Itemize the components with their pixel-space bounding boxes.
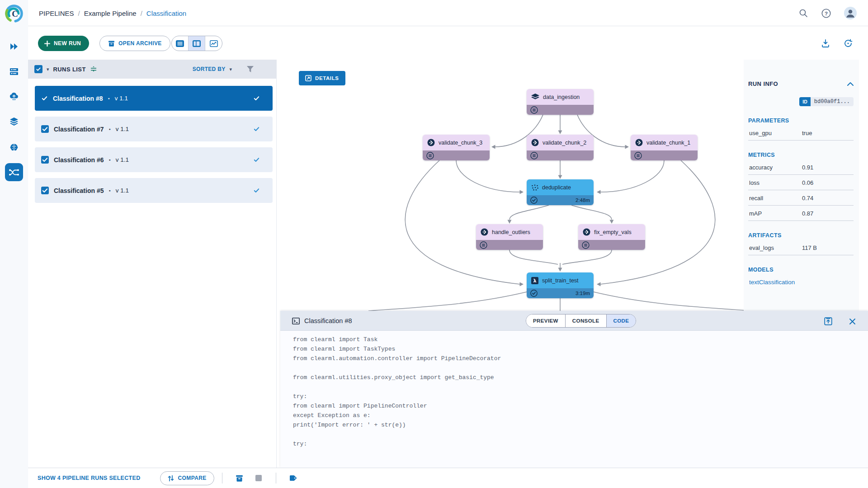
code-line: try:: [293, 441, 863, 450]
search-icon[interactable]: [797, 6, 810, 20]
breadcrumb-item[interactable]: Example Pipeline: [84, 9, 137, 17]
graph-node-validate_chunk_3[interactable]: validate_chunk_3: [423, 135, 490, 160]
filter-icon[interactable]: [247, 66, 254, 72]
selected-check-icon[interactable]: [41, 95, 48, 102]
run-checkbox[interactable]: [41, 125, 49, 133]
pipelines-icon-selected[interactable]: [5, 163, 23, 181]
data-processing-icon[interactable]: [8, 91, 20, 102]
tag-action-icon[interactable]: [287, 471, 300, 485]
open-in-window-icon[interactable]: [822, 315, 834, 327]
node-label-row: validate_chunk_1: [631, 135, 698, 150]
auto-refresh-icon[interactable]: [842, 37, 854, 50]
section-title-metrics: METRICS: [748, 152, 854, 158]
chart-view-icon[interactable]: [205, 36, 222, 51]
split-view-icon[interactable]: [189, 36, 205, 51]
node-log-icon[interactable]: [582, 241, 590, 249]
info-row-value: 117 B: [802, 244, 853, 251]
info-row: loss0.06: [748, 175, 854, 190]
section-title-models: MODELS: [748, 267, 854, 273]
code-line: from clearml import PipelineController: [293, 403, 863, 412]
abort-action-icon[interactable]: [252, 471, 265, 485]
run-checkbox[interactable]: [41, 156, 49, 164]
close-icon[interactable]: [846, 315, 858, 327]
node-log-icon[interactable]: [530, 152, 538, 160]
node-log-icon[interactable]: [634, 152, 642, 160]
info-row-value: true: [802, 130, 853, 136]
dot-separator: ●: [109, 127, 111, 131]
compare-button[interactable]: COMPARE: [160, 471, 214, 485]
download-icon[interactable]: [819, 37, 832, 50]
section-title-parameters: PARAMETERS: [748, 117, 854, 124]
graph-node-split_train_test[interactable]: λsplit_train_test3:19m: [527, 272, 594, 298]
tab-preview[interactable]: PREVIEW: [526, 314, 566, 327]
run-list-item[interactable]: Classification #7●v 1.1: [35, 117, 273, 141]
datasets-icon[interactable]: [8, 116, 20, 127]
details-button[interactable]: DETAILS: [299, 71, 345, 85]
left-nav-rail: C: [0, 0, 28, 488]
node-log-icon[interactable]: [480, 241, 487, 249]
node-label: validate_chunk_1: [646, 140, 690, 146]
tab-code[interactable]: CODE: [607, 314, 636, 327]
node-label: handle_outliers: [492, 229, 530, 235]
node-footer: 3:19m: [527, 288, 594, 298]
actions-toolbar: NEW RUN OPEN ARCHIVE: [28, 26, 868, 60]
clearml-logo-icon[interactable]: C: [4, 4, 24, 23]
collapse-chevron-icon[interactable]: [847, 82, 854, 86]
node-type-icon: [531, 94, 539, 100]
bottom-panel-title: Classification #8: [304, 317, 352, 324]
node-log-icon[interactable]: [530, 106, 538, 114]
table-view-icon[interactable]: [172, 36, 189, 51]
select-all-checkbox[interactable]: [34, 65, 42, 73]
open-archive-button[interactable]: OPEN ARCHIVE: [99, 36, 170, 51]
user-avatar[interactable]: [844, 6, 857, 20]
graph-node-data_ingestion[interactable]: data_ingestion: [527, 89, 594, 115]
column-settings-icon[interactable]: [90, 66, 97, 73]
breadcrumb-item[interactable]: Classification: [146, 9, 186, 17]
info-row-label: eval_logs: [749, 244, 802, 251]
model-link[interactable]: textClassification: [748, 274, 854, 287]
dot-separator: ●: [108, 97, 110, 100]
run-version: v 1.1: [116, 156, 129, 163]
run-version: v 1.1: [116, 187, 129, 194]
node-label-row: fix_empty_vals: [578, 224, 645, 240]
info-row: eval_logs117 B: [748, 240, 854, 255]
graph-node-validate_chunk_1[interactable]: validate_chunk_1: [631, 135, 698, 160]
node-log-icon[interactable]: [426, 152, 434, 160]
workers-queues-icon[interactable]: [8, 66, 20, 77]
run-list-item[interactable]: Classification #5●v 1.1: [35, 178, 273, 203]
run-list-item[interactable]: Classification #6●v 1.1: [35, 147, 273, 172]
select-all-caret-icon[interactable]: ▾: [47, 66, 49, 72]
info-row: accuracy0.91: [748, 160, 854, 175]
info-row-value: 0.87: [802, 210, 853, 217]
node-completed-icon[interactable]: [530, 197, 538, 204]
run-name: Classification #6: [54, 156, 104, 164]
dot-separator: ●: [109, 189, 111, 192]
info-row-value: 0.91: [802, 164, 853, 171]
breadcrumb-item[interactable]: PIPELINES: [39, 9, 74, 17]
run-list-item[interactable]: Classification #8●v 1.1: [35, 86, 273, 111]
graph-node-fix_empty_vals[interactable]: fix_empty_vals: [578, 224, 645, 250]
code-viewer[interactable]: from clearml import Taskfrom clearml imp…: [293, 336, 863, 468]
models-icon[interactable]: [8, 142, 20, 153]
run-name: Classification #8: [53, 95, 103, 102]
sorted-by-dropdown[interactable]: SORTED BY: [193, 66, 226, 72]
projects-icon[interactable]: [8, 41, 20, 52]
graph-node-deduplicate[interactable]: deduplicate2:48m: [527, 179, 594, 205]
archive-action-icon[interactable]: [233, 471, 246, 485]
graph-node-validate_chunk_2[interactable]: validate_chunk_2: [527, 135, 594, 160]
node-completed-icon[interactable]: [530, 290, 538, 297]
info-row-label: use_gpu: [749, 130, 802, 136]
sorted-by-caret-icon[interactable]: ▾: [229, 66, 232, 72]
node-label: fix_empty_vals: [594, 229, 632, 235]
run-checkbox[interactable]: [41, 187, 49, 194]
help-icon[interactable]: ?: [819, 6, 833, 20]
graph-node-handle_outliers[interactable]: handle_outliers: [476, 224, 543, 250]
new-run-button[interactable]: NEW RUN: [38, 36, 89, 51]
tab-console[interactable]: CONSOLE: [566, 314, 607, 327]
svg-text:λ: λ: [533, 278, 537, 284]
node-type-icon: [531, 184, 538, 191]
node-footer: [578, 240, 645, 250]
run-id-chip[interactable]: ID bd00a0f1...: [799, 97, 854, 106]
id-badge: ID: [799, 97, 811, 106]
compare-icon: [168, 475, 174, 482]
